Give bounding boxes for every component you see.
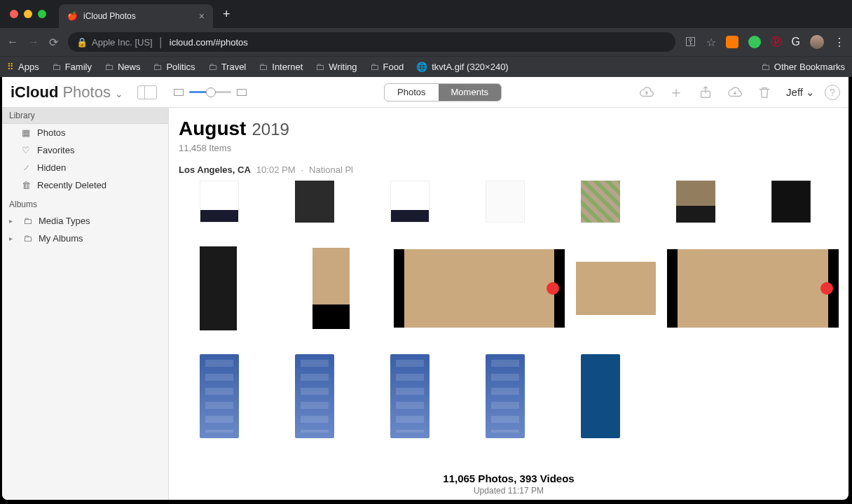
bookmark-folder[interactable]: 🗀Food (370, 62, 404, 72)
sidebar-section-albums: Albums (2, 194, 168, 212)
close-tab-icon[interactable]: × (199, 10, 205, 22)
sidebar-item-media-types[interactable]: ▸🗀Media Types (2, 212, 168, 230)
photo-thumbnail[interactable] (390, 181, 430, 223)
photo-grid-row (200, 354, 839, 438)
back-button[interactable]: ← (7, 36, 18, 48)
browser-tabbar: 🍎 iCloud Photos × + (0, 0, 852, 28)
moment-year: 2019 (252, 120, 289, 139)
share-icon[interactable] (698, 85, 713, 100)
photo-thumbnail[interactable] (200, 354, 239, 438)
sidebar-item-hidden[interactable]: ⟋Hidden (2, 159, 168, 176)
help-button[interactable]: ? (825, 85, 840, 100)
browser-tab[interactable]: 🍎 iCloud Photos × (59, 4, 213, 28)
other-bookmarks[interactable]: 🗀Other Bookmarks (761, 62, 845, 72)
segment-moments[interactable]: Moments (439, 84, 501, 101)
apple-favicon-icon: 🍎 (67, 11, 78, 21)
profile-avatar[interactable] (810, 35, 824, 49)
folder-icon: 🗀 (761, 62, 770, 72)
folder-icon: 🗀 (22, 233, 33, 244)
key-icon[interactable]: ⚿ (685, 36, 696, 48)
trash-icon[interactable] (757, 85, 772, 100)
bookmark-folder[interactable]: 🗀Family (52, 62, 92, 72)
photo-thumbnail[interactable] (771, 181, 811, 223)
extension-area: ⚿ ☆ ⓟ G ⋮ (685, 35, 845, 50)
apps-shortcut[interactable]: ⠿Apps (7, 62, 39, 72)
sidebar: Library ▦Photos ♡Favorites ⟋Hidden 🗑Rece… (2, 108, 169, 500)
minimize-window-button[interactable] (24, 10, 32, 18)
icloud-photos-app: iCloud Photos ⌄ Photos Moments ＋ Jeff⌄ ?… (2, 77, 848, 500)
bookmark-item[interactable]: 🌐tkvtA.gif (320×240) (416, 62, 508, 72)
sidebar-item-photos[interactable]: ▦Photos (2, 124, 168, 141)
sidebar-toggle-button[interactable] (137, 85, 157, 99)
sidebar-item-recently-deleted[interactable]: 🗑Recently Deleted (2, 176, 168, 194)
folder-icon: 🗀 (370, 62, 379, 72)
sidebar-item-favorites[interactable]: ♡Favorites (2, 141, 168, 159)
photo-thumbnail[interactable] (295, 181, 334, 223)
photo-thumbnail[interactable] (394, 249, 565, 328)
upload-icon[interactable] (639, 85, 654, 100)
omnibox-url: icloud.com/#photos (170, 37, 248, 48)
reload-button[interactable]: ⟳ (49, 36, 58, 49)
heart-icon: ♡ (20, 145, 32, 155)
photo-thumbnail[interactable] (486, 181, 525, 223)
overflow-menu-icon[interactable]: ⋮ (834, 36, 845, 49)
extension-icon[interactable] (748, 36, 761, 48)
folder-icon: 🗀 (104, 62, 114, 72)
location-time: 10:02 PM (256, 164, 296, 175)
photo-thumbnail[interactable] (581, 181, 620, 223)
moment-month: August (179, 118, 246, 140)
segment-photos[interactable]: Photos (385, 84, 438, 101)
new-tab-button[interactable]: + (223, 7, 231, 22)
photo-thumbnail[interactable] (200, 246, 237, 330)
bookmark-folder[interactable]: 🗀News (104, 62, 141, 72)
photos-icon: ▦ (20, 127, 32, 138)
library-counts: 11,065 Photos, 393 Videos (169, 472, 848, 484)
bookmark-folder[interactable]: 🗀Writing (315, 62, 357, 72)
window-traffic-lights (10, 10, 46, 18)
photo-thumbnail[interactable] (295, 354, 334, 438)
moment-header: August 2019 (179, 118, 839, 140)
lock-icon: 🔒 Apple Inc. [US] (76, 37, 153, 48)
google-icon[interactable]: G (792, 36, 800, 48)
photo-thumbnail[interactable] (486, 354, 525, 438)
extension-icon[interactable] (726, 36, 738, 48)
trash-icon: 🗑 (20, 180, 32, 190)
toolbar-actions: ＋ (639, 82, 772, 103)
photo-thumbnail[interactable] (200, 181, 239, 223)
photo-thumbnail[interactable] (676, 181, 715, 223)
forward-button[interactable]: → (28, 36, 39, 48)
content-area: August 2019 11,458 Items Los Angeles, CA… (169, 108, 848, 500)
chevron-down-icon: ⌄ (115, 88, 123, 99)
photo-thumbnail[interactable] (576, 262, 656, 315)
photo-thumbnail[interactable] (581, 354, 620, 438)
download-icon[interactable] (727, 85, 743, 100)
item-count: 11,458 Items (179, 143, 839, 153)
add-icon[interactable]: ＋ (668, 82, 684, 103)
folder-icon: 🗀 (52, 62, 61, 72)
photo-thumbnail[interactable] (312, 248, 350, 329)
photo-thumbnail[interactable] (390, 354, 430, 438)
pinterest-icon[interactable]: ⓟ (771, 35, 782, 50)
bookmark-folder[interactable]: 🗀Internet (259, 62, 303, 72)
zoom-slider[interactable] (189, 91, 231, 93)
bookmark-folder[interactable]: 🗀Travel (208, 62, 247, 72)
omnibox-separator: │ (158, 37, 164, 48)
close-window-button[interactable] (10, 10, 18, 18)
app-toolbar: iCloud Photos ⌄ Photos Moments ＋ Jeff⌄ ? (2, 77, 848, 108)
bookmark-folder[interactable]: 🗀Politics (153, 62, 195, 72)
photo-thumbnail[interactable] (667, 249, 839, 328)
zoom-max-icon (237, 89, 247, 96)
maximize-window-button[interactable] (38, 10, 46, 18)
star-icon[interactable]: ☆ (706, 36, 716, 49)
omnibox[interactable]: 🔒 Apple Inc. [US] │ icloud.com/#photos (68, 32, 675, 52)
sidebar-item-my-albums[interactable]: ▸🗀My Albums (2, 230, 168, 247)
app-title-dropdown[interactable]: iCloud Photos ⌄ (11, 83, 123, 102)
photo-grid-row (200, 181, 839, 223)
folder-icon: 🗀 (315, 62, 324, 72)
zoom-min-icon (174, 89, 184, 96)
disclosure-triangle-icon[interactable]: ▸ (9, 217, 16, 225)
view-segmented-control: Photos Moments (384, 83, 502, 102)
account-menu[interactable]: Jeff⌄ (786, 86, 815, 99)
disclosure-triangle-icon[interactable]: ▸ (9, 234, 16, 242)
library-updated: Updated 11:17 PM (169, 486, 848, 496)
